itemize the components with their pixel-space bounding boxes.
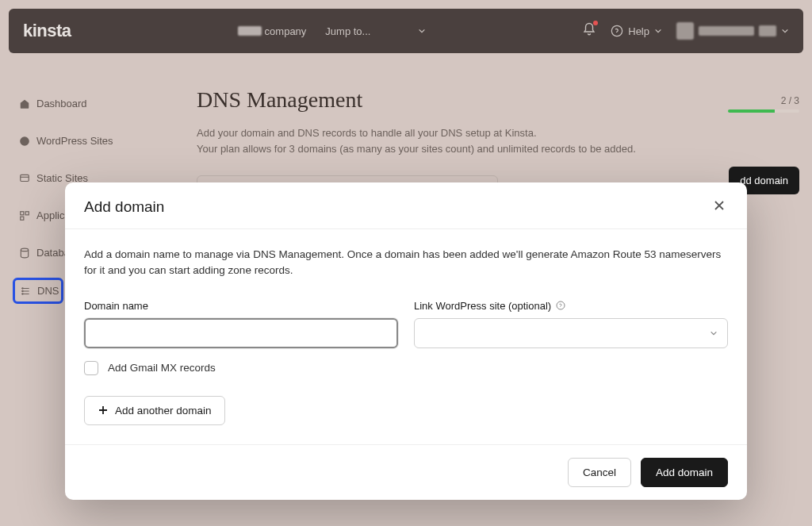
gmail-mx-label: Add Gmail MX records <box>108 362 216 374</box>
sidebar-item-label: DNS <box>37 285 59 297</box>
account-name-blur <box>699 26 754 36</box>
close-button[interactable] <box>710 198 728 215</box>
progress-indicator: 2 / 3 <box>728 95 799 113</box>
svg-point-1 <box>20 136 29 146</box>
applications-icon <box>19 210 30 221</box>
logo: kinsta <box>23 21 71 41</box>
gmail-mx-checkbox[interactable] <box>84 361 98 375</box>
svg-point-0 <box>612 25 622 36</box>
svg-rect-5 <box>21 217 24 220</box>
page-desc-line1: Add your domain and DNS records to handl… <box>197 125 799 141</box>
flag-blur <box>759 25 776 36</box>
jumpto-label: Jump to... <box>325 25 370 37</box>
add-domain-modal: Add domain Add a domain name to manage v… <box>65 182 747 500</box>
cancel-button[interactable]: Cancel <box>568 458 631 487</box>
chevron-down-icon <box>781 27 789 35</box>
sidebar-item-wordpress[interactable]: WordPress Sites <box>13 129 163 153</box>
svg-point-7 <box>22 287 23 288</box>
svg-point-9 <box>22 293 23 294</box>
notifications-button[interactable] <box>582 22 596 40</box>
plus-icon <box>98 405 109 416</box>
modal-footer: Cancel Add domain <box>65 444 747 500</box>
chevron-down-icon <box>654 27 662 35</box>
static-sites-icon <box>19 173 30 184</box>
company-label: company <box>265 25 307 37</box>
modal-body: Add a domain name to manage via DNS Mana… <box>65 229 747 444</box>
add-another-domain-button[interactable]: Add another domain <box>84 396 225 425</box>
chevron-down-icon <box>418 27 426 35</box>
modal-title: Add domain <box>84 198 164 216</box>
help-icon <box>611 25 623 37</box>
jumpto-dropdown[interactable]: Jump to... <box>325 25 426 37</box>
svg-point-8 <box>22 290 23 291</box>
wordpress-icon <box>19 136 30 147</box>
modal-description: Add a domain name to manage via DNS Mana… <box>84 247 728 279</box>
svg-rect-3 <box>21 211 24 214</box>
page-title: DNS Management <box>197 87 799 113</box>
database-icon <box>19 248 30 259</box>
domain-name-label: Domain name <box>84 300 398 312</box>
svg-point-6 <box>21 248 28 251</box>
page-desc-line2: Your plan allows for 3 domains (as many … <box>197 141 799 157</box>
help-icon[interactable] <box>556 301 565 310</box>
notification-dot <box>593 21 598 25</box>
top-header: kinsta company Jump to... Help <box>9 9 803 53</box>
progress-fill <box>728 109 775 113</box>
sidebar-item-label: Dashboard <box>36 98 87 109</box>
svg-rect-4 <box>25 211 29 214</box>
progress-bar <box>728 109 799 113</box>
account-dropdown[interactable] <box>676 22 789 40</box>
add-another-label: Add another domain <box>115 405 212 417</box>
progress-text: 2 / 3 <box>728 95 799 106</box>
chevron-down-icon <box>710 329 718 337</box>
modal-header: Add domain <box>65 182 747 229</box>
company-selector[interactable]: company <box>238 25 307 37</box>
svg-rect-2 <box>21 175 29 181</box>
dns-icon <box>20 286 31 297</box>
company-blur <box>238 26 262 36</box>
sidebar-item-dashboard[interactable]: Dashboard <box>13 91 163 116</box>
close-icon <box>714 200 725 211</box>
sidebar-item-dns[interactable]: DNS <box>13 278 63 304</box>
domain-name-input[interactable] <box>84 318 398 348</box>
home-icon <box>19 98 30 109</box>
add-domain-submit-button[interactable]: Add domain <box>641 458 728 487</box>
help-dropdown[interactable]: Help <box>611 25 662 37</box>
sidebar-item-label: WordPress Sites <box>36 135 113 147</box>
link-wordpress-label: Link WordPress site (optional) <box>414 300 728 312</box>
avatar <box>676 22 694 40</box>
help-label: Help <box>628 25 649 37</box>
link-wordpress-select[interactable] <box>414 318 728 348</box>
